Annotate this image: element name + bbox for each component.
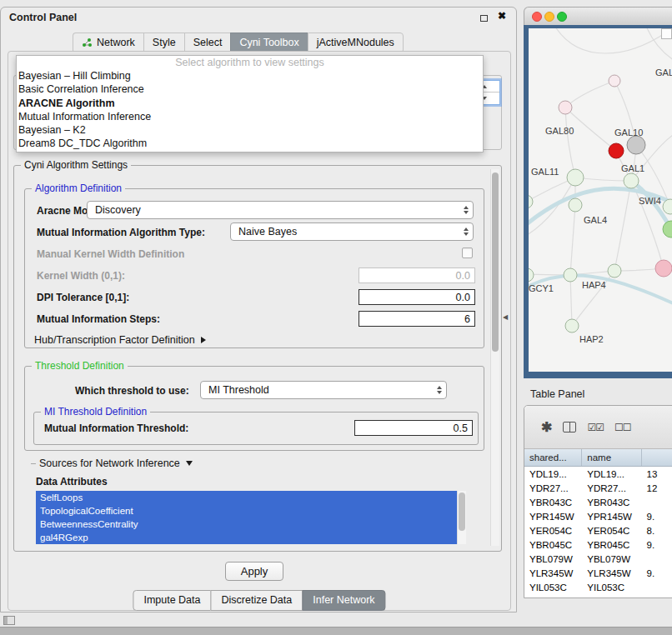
table-row[interactable]: YBL079WYBL079W bbox=[524, 552, 672, 566]
select-all-checkboxes-icon[interactable]: ☑☑ bbox=[587, 422, 604, 433]
dpi-tolerance-field[interactable] bbox=[359, 289, 475, 305]
tab-discretize-data[interactable]: Discretize Data bbox=[211, 590, 303, 611]
network-node[interactable] bbox=[565, 319, 579, 332]
close-icon[interactable]: ✖ bbox=[498, 10, 506, 22]
algorithm-option-list: Bayesian – Hill ClimbingBasic Correlatio… bbox=[17, 69, 483, 151]
algorithm-option[interactable]: Bayesian – K2 bbox=[17, 123, 483, 137]
kernel-width-label: Kernel Width (0,1): bbox=[37, 270, 125, 282]
combobox-arrows-icon bbox=[464, 228, 469, 236]
network-tab-icon bbox=[82, 38, 93, 48]
column-header-extra[interactable] bbox=[642, 449, 672, 466]
tab-label: Cyni Toolbox bbox=[239, 37, 298, 48]
cyni-bottom-tabs: Impute Data Discretize Data Infer Networ… bbox=[133, 590, 385, 611]
network-node[interactable] bbox=[655, 260, 672, 277]
tab-impute-data[interactable]: Impute Data bbox=[133, 590, 211, 611]
algorithm-option[interactable]: Mutual Information Inference bbox=[17, 110, 483, 123]
table-row[interactable]: YBR045CYBR045C9. bbox=[524, 538, 672, 552]
table-row[interactable]: YLR345WYLR345W9. bbox=[524, 566, 672, 580]
network-node[interactable] bbox=[663, 221, 672, 238]
column-header-shared-name[interactable]: shared... bbox=[524, 449, 582, 466]
algorithm-option[interactable]: Dream8 DC_TDC Algorithm bbox=[17, 137, 483, 150]
settings-scrollbar[interactable] bbox=[490, 169, 499, 546]
close-traffic-light[interactable] bbox=[532, 12, 542, 22]
which-threshold-combobox[interactable]: MI Threshold bbox=[200, 381, 447, 399]
attributes-scrollbar-thumb[interactable] bbox=[459, 492, 465, 531]
minimized-panel-icon[interactable] bbox=[3, 616, 15, 625]
data-attribute-item[interactable]: gal4RGexp bbox=[36, 531, 457, 544]
network-node[interactable] bbox=[569, 198, 582, 212]
network-node[interactable] bbox=[608, 264, 621, 278]
table-cell: YIL053C bbox=[524, 582, 582, 592]
table-row[interactable]: YDR27...YDR27...12 bbox=[524, 481, 672, 495]
algorithm-option[interactable]: Basic Correlation Inference bbox=[17, 82, 483, 96]
sources-toggle[interactable]: Sources for Network Inference bbox=[31, 458, 193, 469]
table-cell: 9. bbox=[642, 512, 672, 522]
network-node[interactable] bbox=[609, 143, 624, 158]
gear-icon[interactable]: ✱ bbox=[541, 419, 552, 435]
algorithm-dropdown-popup: Select algorithm to view settings Bayesi… bbox=[16, 55, 484, 152]
threshold-definition-title: Threshold Definition bbox=[32, 360, 128, 372]
table-row[interactable]: YIL053CYIL053C bbox=[524, 580, 672, 594]
apply-button[interactable]: Apply bbox=[225, 562, 283, 581]
network-node[interactable] bbox=[559, 101, 572, 114]
mi-threshold-field[interactable] bbox=[354, 420, 473, 436]
combobox-value: MI Threshold bbox=[208, 384, 269, 396]
manual-kernel-width-label: Manual Kernel Width Definition bbox=[37, 248, 184, 260]
zoom-traffic-light[interactable] bbox=[557, 12, 567, 22]
network-node[interactable] bbox=[663, 199, 672, 214]
network-node[interactable] bbox=[529, 195, 533, 208]
network-node-label: GAL80 bbox=[545, 126, 574, 136]
tab-infer-network[interactable]: Infer Network bbox=[302, 590, 385, 611]
network-node-label: GAL4 bbox=[584, 215, 607, 225]
network-canvas[interactable]: GAL80GAL10GAL11GAL1SWI4GAL4GCY1HAP4HAP2G… bbox=[529, 28, 672, 372]
network-view-window: GAL80GAL10GAL11GAL1SWI4GAL4GCY1HAP4HAP2G… bbox=[524, 7, 672, 378]
tab-label: Style bbox=[153, 37, 176, 48]
canvas-scrollbar-stub[interactable] bbox=[661, 28, 672, 39]
mi-steps-label: Mutual Information Steps: bbox=[37, 313, 160, 325]
mi-threshold-definition-group: MI Threshold Definition Mutual Informati… bbox=[33, 412, 479, 445]
table-cell: YLR345W bbox=[582, 568, 641, 578]
hub-definition-toggle[interactable]: Hub/Transcription Factor Definition bbox=[34, 334, 206, 346]
network-svg[interactable]: GAL80GAL10GAL11GAL1SWI4GAL4GCY1HAP4HAP2G… bbox=[529, 28, 672, 372]
float-window-icon[interactable] bbox=[480, 15, 488, 22]
table-row[interactable]: YBR043CYBR043C bbox=[524, 495, 672, 509]
table-cell: YPR145W bbox=[582, 512, 641, 522]
aracne-mode-combobox[interactable]: Discovery bbox=[87, 201, 474, 219]
network-node[interactable] bbox=[567, 169, 584, 186]
minimize-traffic-light[interactable] bbox=[544, 12, 554, 22]
mi-algorithm-type-combobox[interactable]: Naive Bayes bbox=[230, 222, 474, 241]
kernel-width-field[interactable] bbox=[359, 268, 475, 283]
network-node[interactable] bbox=[609, 75, 620, 87]
mi-steps-field[interactable] bbox=[359, 311, 475, 327]
network-node[interactable] bbox=[529, 268, 534, 282]
network-node[interactable] bbox=[564, 268, 577, 282]
data-attributes-list[interactable]: SelfLoopsTopologicalCoefficientBetweenne… bbox=[36, 491, 466, 544]
data-attributes-label: Data Attributes bbox=[36, 476, 108, 488]
table-row[interactable]: YDL19...YDL19...13 bbox=[524, 467, 672, 481]
network-node-label: HAP4 bbox=[582, 280, 606, 290]
table-row[interactable]: YER054CYER054C8. bbox=[524, 523, 672, 538]
panel-collapse-arrow-icon[interactable]: ◀ bbox=[503, 313, 508, 321]
network-node[interactable] bbox=[624, 173, 639, 188]
table-row[interactable]: YPR145WYPR145W9. bbox=[524, 509, 672, 523]
window-title: Control Panel bbox=[9, 12, 77, 23]
network-canvas-frame: GAL80GAL10GAL11GAL1SWI4GAL4GCY1HAP4HAP2G… bbox=[524, 25, 672, 378]
table-cell: YLR345W bbox=[524, 568, 582, 578]
tab-label: Select bbox=[193, 37, 223, 48]
columns-icon[interactable] bbox=[563, 422, 576, 432]
data-attribute-item[interactable]: TopologicalCoefficient bbox=[36, 504, 457, 518]
algorithm-option[interactable]: Bayesian – Hill Climbing bbox=[17, 69, 483, 82]
table-cell: YIL053C bbox=[582, 582, 641, 592]
algorithm-option[interactable]: ARACNE Algorithm bbox=[17, 97, 483, 110]
network-node[interactable] bbox=[627, 136, 645, 154]
manual-kernel-width-checkbox[interactable] bbox=[462, 248, 473, 258]
settings-scrollbar-thumb[interactable] bbox=[492, 172, 499, 352]
data-attribute-item[interactable]: BetweennessCentrality bbox=[36, 518, 457, 531]
deselect-all-checkboxes-icon[interactable]: ☐☐ bbox=[614, 422, 631, 433]
algorithm-placeholder: Select algorithm to view settings bbox=[17, 56, 483, 69]
sources-label: Sources for Network Inference bbox=[39, 458, 180, 469]
table-panel-window: ✱ ☑☑ ☐☐ shared... name YDL19...YDL19...1… bbox=[524, 405, 672, 598]
data-attribute-item[interactable]: SelfLoops bbox=[36, 491, 457, 504]
column-header-name[interactable]: name bbox=[582, 449, 641, 466]
attributes-scrollbar[interactable] bbox=[457, 491, 466, 544]
